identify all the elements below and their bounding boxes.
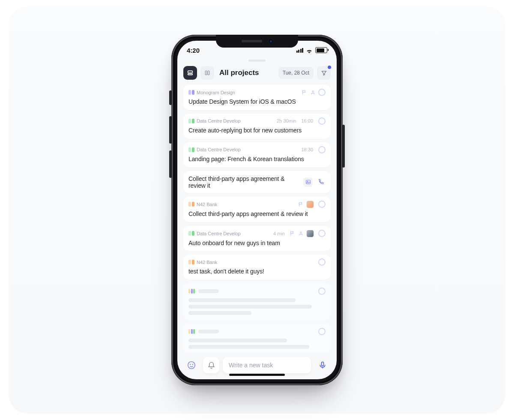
task-time: 18:30 xyxy=(301,147,313,152)
task-card-skeleton xyxy=(183,324,331,353)
battery-icon xyxy=(315,47,327,53)
flag-icon xyxy=(298,201,304,207)
power-button xyxy=(342,125,345,168)
project-chip[interactable]: N42 Bank xyxy=(188,260,217,265)
notch xyxy=(216,35,298,48)
project-badge xyxy=(188,119,194,123)
filter-active-dot xyxy=(327,65,332,70)
project-chip[interactable]: Data Centre Develop xyxy=(188,231,241,236)
voice-input-button[interactable] xyxy=(314,357,331,373)
screen: 4:20 All projects Tue xyxy=(177,41,337,379)
svg-rect-3 xyxy=(208,71,209,75)
artboard: 4:20 All projects Tue xyxy=(9,6,505,414)
task-card[interactable]: Collect third-party apps agreement & rev… xyxy=(183,171,331,193)
volume-down-button xyxy=(169,150,172,178)
phone-frame: 4:20 All projects Tue xyxy=(171,35,343,385)
statusbar-right xyxy=(296,47,328,53)
assignee-icon xyxy=(298,231,304,237)
avatar xyxy=(306,230,314,237)
task-title: test task, don't delete it guys! xyxy=(188,267,326,276)
task-checkbox[interactable] xyxy=(318,146,326,153)
statusbar-time: 4:20 xyxy=(187,47,200,54)
project-chip[interactable]: Data Centre Develop xyxy=(188,118,241,123)
svg-point-4 xyxy=(312,91,313,92)
cellular-signal-icon xyxy=(296,48,304,53)
new-task-input[interactable]: Write a new task xyxy=(223,357,311,373)
project-chip[interactable]: Data Centre Develop xyxy=(188,147,241,152)
task-checkbox[interactable] xyxy=(318,230,326,237)
flag-icon xyxy=(289,231,295,237)
task-checkbox xyxy=(318,288,326,295)
project-name: N42 Bank xyxy=(197,202,217,207)
task-title: Collect third-party apps agreement & rev… xyxy=(188,175,300,189)
task-time: 16:00 xyxy=(301,118,313,123)
notifications-button[interactable] xyxy=(203,357,219,373)
project-badge xyxy=(188,147,194,152)
task-card[interactable]: Data Centre Develop 18:30 Landing page: … xyxy=(183,142,331,168)
home-indicator[interactable] xyxy=(229,374,285,376)
project-name: Data Centre Develop xyxy=(197,118,241,123)
mute-switch xyxy=(169,90,172,105)
task-title: Update Design System for iOS & macOS xyxy=(188,98,326,106)
project-chip[interactable]: Monogram Design xyxy=(188,90,235,95)
assignee-icon xyxy=(310,90,316,96)
project-badge xyxy=(188,329,195,334)
svg-point-10 xyxy=(192,364,193,365)
task-checkbox[interactable] xyxy=(318,258,326,266)
task-duration: 2h 30min xyxy=(277,118,296,123)
svg-rect-1 xyxy=(188,74,193,75)
task-card[interactable]: N42 Bank Collect third-party apps agreem… xyxy=(183,197,331,222)
call-icon[interactable] xyxy=(316,177,326,187)
sheet-grabber[interactable] xyxy=(248,60,266,62)
view-columns-button[interactable] xyxy=(200,66,214,80)
task-title: Collect third-party apps agreement & rev… xyxy=(188,210,326,218)
svg-rect-11 xyxy=(322,362,324,366)
attachment-image-chip[interactable] xyxy=(303,177,313,187)
project-badge xyxy=(188,202,194,207)
task-checkbox[interactable] xyxy=(318,89,326,96)
project-chip[interactable]: N42 Bank xyxy=(188,202,217,207)
task-duration: 4 min xyxy=(273,231,285,236)
task-card-skeleton xyxy=(183,283,331,320)
page-title: All projects xyxy=(219,69,275,77)
volume-up-button xyxy=(169,116,172,144)
task-checkbox[interactable] xyxy=(318,201,326,208)
task-title: Create auto-replying bot for new custome… xyxy=(188,126,326,135)
task-card[interactable]: Data Centre Develop 2h 30min 16:00 Creat… xyxy=(183,114,331,139)
project-name: Data Centre Develop xyxy=(197,231,241,236)
project-badge xyxy=(188,260,194,264)
task-checkbox[interactable] xyxy=(318,117,326,125)
svg-point-9 xyxy=(190,364,191,365)
view-cards-button[interactable] xyxy=(183,66,197,80)
project-name: Monogram Design xyxy=(197,90,235,95)
wifi-icon xyxy=(306,48,313,53)
project-badge xyxy=(188,90,194,95)
project-badge xyxy=(188,289,195,294)
header: All projects Tue, 28 Oct xyxy=(177,63,337,85)
svg-point-7 xyxy=(300,232,301,233)
task-card[interactable]: Monogram Design Update Design System for… xyxy=(183,85,331,110)
svg-point-8 xyxy=(188,362,195,369)
emoji-button[interactable] xyxy=(183,357,200,373)
svg-point-6 xyxy=(307,181,308,182)
task-title: Landing page: French & Korean translatio… xyxy=(188,155,326,163)
front-camera xyxy=(269,39,273,43)
task-card[interactable]: Data Centre Develop 4 min Auto onboard f… xyxy=(183,226,331,252)
task-list[interactable]: Monogram Design Update Design System for… xyxy=(177,85,337,353)
project-badge xyxy=(188,231,194,236)
task-title: Auto onboard for new guys in team xyxy=(188,239,326,247)
speaker-grille xyxy=(242,40,262,42)
date-pill[interactable]: Tue, 28 Oct xyxy=(278,67,314,79)
avatar xyxy=(306,201,314,208)
task-checkbox xyxy=(318,328,326,335)
project-name: N42 Bank xyxy=(197,260,217,265)
svg-rect-2 xyxy=(205,71,207,75)
task-card[interactable]: N42 Bank test task, don't delete it guys… xyxy=(183,255,331,280)
flag-icon xyxy=(301,90,307,96)
project-name: Data Centre Develop xyxy=(197,147,241,152)
new-task-placeholder: Write a new task xyxy=(229,362,273,369)
svg-rect-0 xyxy=(188,71,193,73)
